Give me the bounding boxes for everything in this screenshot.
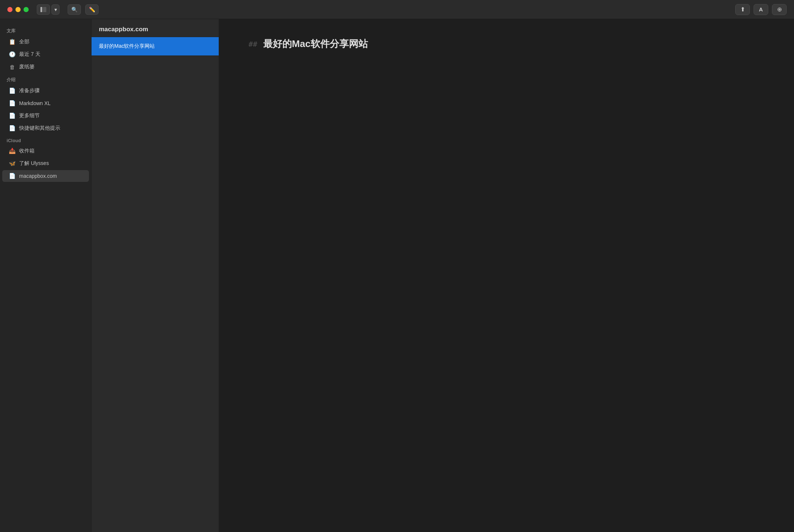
editor-panel[interactable]: ## 最好的Mac软件分享网站 [219,19,794,532]
share-icon: ⬆ [740,6,745,13]
butterfly-icon: 🦋 [9,160,15,167]
sidebar-item-markdown[interactable]: 📄 Markdown XL [2,97,89,109]
editor-heading: ## 最好的Mac软件分享网站 [248,37,765,50]
sheet-panel-title: macappbox.com [99,26,211,33]
chevron-down-icon: ▾ [54,7,57,12]
sidebar: 文库 📋 全部 🕐 最近 7 天 🗑 废纸篓 介绍 📄 准备步骤 📄 Markd… [0,19,91,532]
compose-icon: ✏️ [89,7,95,12]
svg-rect-0 [40,7,42,12]
font-icon: A [759,6,763,12]
window-controls: ▾ [37,4,60,15]
sidebar-item-label: 最近 7 天 [19,51,40,58]
titlebar-right: ⬆ A ⊕ [735,4,787,15]
titlebar: ▾ 🔍 ✏️ ⬆ A ⊕ [0,0,794,19]
sheet-panel-header: macappbox.com [92,19,219,37]
sheet-item-title: 最好的Mac软件分享网站 [99,43,211,50]
sheet-panel: macappbox.com 最好的Mac软件分享网站 [91,19,219,532]
sidebar-item-label: 废纸篓 [19,64,35,70]
doc-icon: 📄 [9,173,15,179]
sidebar-item-trash[interactable]: 🗑 废纸篓 [2,61,89,73]
all-icon: 📋 [9,39,15,45]
maximize-button[interactable] [24,7,29,12]
sidebar-toggle-chevron[interactable]: ▾ [51,4,60,15]
trash-icon: 🗑 [9,64,15,70]
sidebar-item-label: 收件箱 [19,148,35,154]
svg-rect-1 [43,7,46,12]
sidebar-item-details[interactable]: 📄 更多细节 [2,110,89,122]
close-button[interactable] [7,7,12,12]
inbox-icon: 📥 [9,148,15,154]
compose-button[interactable]: ✏️ [85,4,99,15]
sidebar-item-label: 了解 Ulysses [19,160,49,167]
main-content: 文库 📋 全部 🕐 最近 7 天 🗑 废纸篓 介绍 📄 准备步骤 📄 Markd… [0,19,794,532]
share-button[interactable]: ⬆ [735,4,750,15]
sheet-item[interactable]: 最好的Mac软件分享网站 [92,37,219,56]
doc-icon: 📄 [9,125,15,132]
sidebar-item-shortcuts[interactable]: 📄 快捷键和其他提示 [2,122,89,134]
sidebar-item-label: 更多细节 [19,112,40,119]
sidebar-item-inbox[interactable]: 📥 收件箱 [2,145,89,157]
titlebar-left: ▾ 🔍 ✏️ [7,4,99,15]
intro-section-header: 介绍 [0,73,91,85]
icloud-section-header: iCloud [0,134,91,145]
search-button[interactable]: 🔍 [68,4,81,15]
heading-text: 最好的Mac软件分享网站 [263,37,368,50]
heading-marker: ## [248,40,257,48]
minimize-button[interactable] [15,7,21,12]
sidebar-item-all[interactable]: 📋 全部 [2,36,89,48]
sidebar-item-label: 快捷键和其他提示 [19,125,60,132]
sidebar-item-label: Markdown XL [19,100,51,106]
sidebar-item-label: 准备步骤 [19,87,40,94]
sidebar-toggle-button[interactable] [37,4,50,15]
library-section-header: 文库 [0,24,91,36]
traffic-lights [7,7,29,12]
sidebar-item-learn-ulysses[interactable]: 🦋 了解 Ulysses [2,158,89,169]
sidebar-item-macappbox[interactable]: 📄 macappbox.com [2,170,89,182]
doc-icon: 📄 [9,112,15,119]
export-icon: ⊕ [777,6,782,13]
doc-icon: 📄 [9,100,15,107]
export-button[interactable]: ⊕ [772,4,787,15]
sidebar-item-recent7[interactable]: 🕐 最近 7 天 [2,48,89,60]
font-button[interactable]: A [754,4,768,15]
doc-icon: 📄 [9,87,15,94]
sidebar-item-label: 全部 [19,39,29,45]
recent-icon: 🕐 [9,51,15,58]
sidebar-item-prepare[interactable]: 📄 准备步骤 [2,85,89,97]
sidebar-item-label: macappbox.com [19,173,57,179]
search-icon: 🔍 [71,7,78,12]
